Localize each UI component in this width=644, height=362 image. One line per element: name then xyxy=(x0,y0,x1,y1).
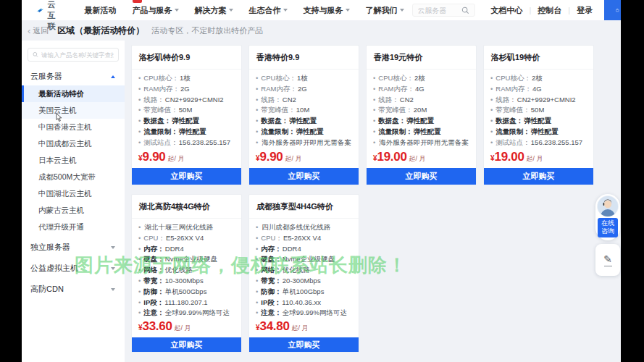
bullet-icon: • xyxy=(256,117,258,125)
navbar-search[interactable] xyxy=(412,4,475,17)
spec-line: •数据盘：弹性配置 xyxy=(373,116,469,127)
spec-value: 单机100Gbps xyxy=(283,287,325,295)
price-amount: 9.90 xyxy=(143,150,166,164)
buy-button[interactable]: 立即购买 xyxy=(484,168,593,185)
spec-label: 带宽峰值： xyxy=(143,106,178,114)
spec-label: 流量限制： xyxy=(143,127,178,135)
sidebar-item-7[interactable]: 内蒙古云主机 xyxy=(22,202,125,219)
buy-button[interactable]: 立即购买 xyxy=(367,168,476,185)
register-button[interactable]: 免费注册 xyxy=(604,0,621,20)
spec-line: •带宽峰值：20M xyxy=(373,105,469,116)
nav-item-5[interactable]: 了解我们 xyxy=(366,5,404,16)
sidebar-group-1[interactable]: 公益虚拟主机 xyxy=(22,259,125,277)
spec-line: •海外服务器即开即用无需备案 xyxy=(373,138,469,148)
spec-line: •硬盘：Nvme企业级硬盘 xyxy=(256,254,352,265)
sidebar-group-cloud-servers[interactable]: 云服务器 xyxy=(22,67,125,85)
sidebar-item-2[interactable]: 中国香港云主机 xyxy=(22,119,125,135)
nav-link-1[interactable]: 控制台 xyxy=(538,5,561,16)
sidebar-item-0[interactable]: 最新活动特价 xyxy=(22,85,125,102)
spec-label: RAM内存： xyxy=(143,85,180,93)
bullet-icon: • xyxy=(373,127,375,135)
spec-line: •湖北十堰三网优化线路 xyxy=(138,222,235,233)
bullet-icon: • xyxy=(138,234,141,242)
spec-label: CPU核心： xyxy=(378,74,414,82)
bullet-icon: • xyxy=(138,223,141,231)
bullet-icon: • xyxy=(138,255,141,263)
spec-label: 网络： xyxy=(261,266,282,274)
nav-link-2[interactable]: 登录 xyxy=(577,5,593,16)
bullet-icon: • xyxy=(138,74,141,82)
bullet-icon: • xyxy=(373,85,375,93)
price: ¥34.80起/ 月 xyxy=(249,319,359,337)
chevron-down-icon xyxy=(400,9,404,14)
sidebar-item-5[interactable]: 成都500M大宽带 xyxy=(22,169,125,185)
bullet-icon: • xyxy=(256,138,258,146)
spec-label: 测试站点： xyxy=(495,138,530,146)
nav-item-label: 产品与服务 xyxy=(133,5,172,16)
nav-item-0[interactable]: 最新活动 xyxy=(85,5,117,16)
spec-label: CPU核心： xyxy=(495,74,531,82)
nav-item-1[interactable]: 产品与服务 xyxy=(133,5,179,16)
spec-line: •RAM内存：2G xyxy=(256,84,352,95)
sidebar-search-input[interactable] xyxy=(41,51,114,59)
bullet-icon: • xyxy=(138,308,141,316)
spec-label: 注意： xyxy=(261,308,282,316)
main-nav: 最新活动产品与服务解决方案生态合作支持与服务了解我们 xyxy=(77,5,412,16)
buy-button[interactable]: 立即购买 xyxy=(132,337,241,352)
product-card: 香港19元特价•CPU核心：2核•RAM内存：4G•线路：CN2•带宽峰值：20… xyxy=(366,45,477,185)
spec-value: 2核 xyxy=(414,74,425,82)
spec-label: IP段： xyxy=(261,298,281,306)
nav-item-4[interactable]: 支持与服务 xyxy=(304,5,350,16)
spec-label: 线路： xyxy=(495,96,517,104)
sidebar-group-0[interactable]: 独立服务器 xyxy=(22,238,125,256)
sidebar-group-2[interactable]: 高防CDN xyxy=(22,280,125,298)
sidebar-group-label: 独立服务器 xyxy=(30,242,70,253)
product-card: 洛杉矶19特价•CPU核心：2核•RAM内存：4G•线路：CN2+9929+CM… xyxy=(483,45,594,185)
spec-list: •四川成都多线优化线路•CPU：E5-26XX V4•内存：DDR4•硬盘：Nv… xyxy=(249,219,359,319)
buy-button[interactable]: 立即购买 xyxy=(249,337,359,352)
sidebar-group-label: 高防CDN xyxy=(30,284,64,295)
nav-item-2[interactable]: 解决方案 xyxy=(195,5,233,16)
spec-line: •海外服务器即开即用无需备案 xyxy=(256,138,352,148)
product-card-title: 洛杉矶特价9.9 xyxy=(132,46,241,70)
sidebar-collapsed-groups: 独立服务器公益虚拟主机高防CDN xyxy=(22,238,125,298)
spec-line: •线路：CN2+9929+CMNI2 xyxy=(138,95,235,106)
online-chat-button[interactable]: 在线 咨询 xyxy=(598,218,618,237)
nav-item-3[interactable]: 生态合作 xyxy=(249,5,288,16)
sidebar-item-8[interactable]: 代理升级开通 xyxy=(22,219,125,235)
search-icon[interactable] xyxy=(461,7,469,14)
spec-label: 带宽： xyxy=(143,277,164,285)
brand-logo[interactable]: 青云互联 xyxy=(36,0,65,32)
bullet-icon: • xyxy=(138,106,141,114)
search-icon xyxy=(33,51,38,58)
sidebar-item-1[interactable]: 美国云主机 xyxy=(22,102,125,119)
sidebar-search[interactable] xyxy=(28,48,119,62)
product-card: 成都独享型4H4G特价•四川成都多线优化线路•CPU：E5-26XX V4•内存… xyxy=(248,194,359,353)
ticket-widget[interactable]: ✎ xyxy=(595,244,620,276)
bullet-icon: • xyxy=(138,245,141,253)
spec-value: 四川成都多线优化线路 xyxy=(262,223,330,231)
bullet-icon: • xyxy=(490,127,493,135)
bullet-icon: • xyxy=(256,255,258,263)
pen-underline xyxy=(604,266,612,266)
bullet-icon: • xyxy=(490,74,493,82)
spec-value: 4G xyxy=(532,85,542,93)
hot-badge xyxy=(133,0,142,3)
spec-value: 20M xyxy=(414,106,427,114)
navbar-search-input[interactable] xyxy=(418,7,456,14)
product-card-grid: 洛杉矶特价9.9•CPU核心：1核•RAM内存：2G•线路：CN2+9929+C… xyxy=(131,45,602,353)
chat-widget[interactable]: 在线 咨询 xyxy=(595,194,620,240)
spec-line: •IP段：110.40.36.xx xyxy=(256,298,352,308)
spec-value: 湖北十堰三网优化线路 xyxy=(144,223,213,231)
sidebar-item-6[interactable]: 中国湖北云主机 xyxy=(22,185,125,202)
spec-list: •湖北十堰三网优化线路•CPU：E5-26XX V4•内存：DDR4•硬盘：Nv… xyxy=(132,219,241,319)
sidebar-item-3[interactable]: 中国成都云主机 xyxy=(22,135,125,152)
chevron-down-icon xyxy=(346,9,350,14)
buy-button[interactable]: 立即购买 xyxy=(132,168,241,185)
chevron-down-icon xyxy=(111,267,115,272)
spec-label: 流量限制： xyxy=(495,127,530,135)
nav-link-0[interactable]: 文档中心 xyxy=(491,5,523,16)
buy-button[interactable]: 立即购买 xyxy=(249,168,359,185)
sidebar-item-4[interactable]: 日本云主机 xyxy=(22,152,125,169)
spec-list: •CPU核心：1核•RAM内存：2G•线路：CN2+9929+CMNI2•带宽峰… xyxy=(132,70,241,149)
